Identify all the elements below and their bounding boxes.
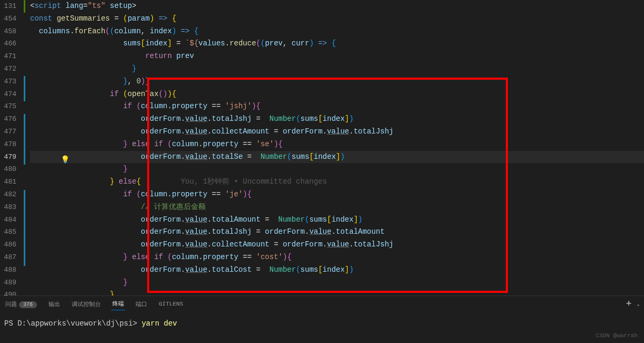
- tab-terminal[interactable]: 终端: [111, 298, 125, 310]
- lightbulb-icon[interactable]: 💡: [61, 154, 70, 167]
- code-line[interactable]: } else if (column.property == 'cost'){: [30, 251, 644, 264]
- bottom-panel: 问题376 输出 调试控制台 终端 端口 GITLENS + ⌄ PS D:\a…: [0, 296, 644, 343]
- code-line[interactable]: <script lang="ts" setup>: [30, 0, 644, 13]
- code-line[interactable]: const getSummaries = (param) => {: [30, 13, 644, 25]
- tab-debug-console[interactable]: 调试控制台: [71, 298, 102, 310]
- terminal-dropdown-icon[interactable]: ⌄: [637, 301, 640, 307]
- line-number: 487: [0, 251, 16, 264]
- tab-problems[interactable]: 问题376: [4, 298, 38, 310]
- line-number: 131: [0, 0, 16, 13]
- code-line[interactable]: return prev: [30, 50, 644, 63]
- code-line[interactable]: orderForm.value.totalJshj = orderForm.va…: [30, 226, 644, 239]
- tab-output[interactable]: 输出: [47, 298, 61, 310]
- code-line[interactable]: } else{ You, 1秒钟前 • Uncommitted changes: [30, 176, 644, 188]
- line-number: 478: [0, 138, 16, 151]
- line-number: 484: [0, 214, 16, 226]
- code-line[interactable]: orderForm.value.totalAmount = Number(sum…: [30, 214, 644, 226]
- new-terminal-icon[interactable]: +: [626, 299, 632, 309]
- code-line[interactable]: if (openTax()){: [30, 88, 644, 101]
- code-line[interactable]: orderForm.value.totalCost = Number(sums[…: [30, 264, 644, 277]
- line-number: 474: [0, 88, 16, 101]
- line-number: 454: [0, 13, 16, 25]
- code-line[interactable]: } else if (column.property == 'se'){: [30, 138, 644, 151]
- code-line[interactable]: orderForm.value.collectAmount = orderFor…: [30, 239, 644, 251]
- watermark: CSDN @warrah: [596, 332, 638, 339]
- code-line[interactable]: }, 0)}`: [30, 75, 644, 88]
- line-number: 479: [0, 151, 16, 164]
- code-line[interactable]: columns.forEach((column, index) => {: [30, 25, 644, 38]
- code-line[interactable]: // 计算优惠后金额: [30, 201, 644, 214]
- code-line[interactable]: orderForm.value.totalJshj = Number(sums[…: [30, 113, 644, 126]
- code-line[interactable]: if (column.property == 'je'){: [30, 188, 644, 201]
- terminal-command: yarn dev: [141, 319, 177, 328]
- terminal-content[interactable]: PS D:\appworks\vuework\dj\psi> yarn dev: [0, 312, 644, 330]
- line-number: 475: [0, 100, 16, 113]
- code-line[interactable]: if (column.property == 'jshj'){: [30, 100, 644, 113]
- line-number: 482: [0, 188, 16, 201]
- code-content[interactable]: 💡 <script lang="ts" setup> const getSumm…: [30, 0, 644, 296]
- tab-gitlens[interactable]: GITLENS: [158, 299, 184, 309]
- line-number: 488: [0, 264, 16, 277]
- line-number: 472: [0, 63, 16, 75]
- line-number: 458: [0, 25, 16, 38]
- code-line[interactable]: orderForm.value.collectAmount = orderFor…: [30, 126, 644, 138]
- line-number: 473: [0, 75, 16, 88]
- panel-tabs: 问题376 输出 调试控制台 终端 端口 GITLENS + ⌄: [0, 296, 644, 312]
- editor[interactable]: 1314544584664714724734744754764774784794…: [0, 0, 644, 296]
- line-number: 483: [0, 201, 16, 214]
- line-number: 466: [0, 37, 16, 50]
- line-number: 485: [0, 226, 16, 239]
- code-line[interactable]: sums[index] = `${values.reduce((prev, cu…: [30, 37, 644, 50]
- line-number: 476: [0, 113, 16, 126]
- problems-badge: 376: [19, 301, 37, 308]
- git-margin: [24, 0, 30, 296]
- line-number: 490: [0, 289, 16, 296]
- line-number: 481: [0, 176, 16, 188]
- line-number: 489: [0, 277, 16, 289]
- line-number: 477: [0, 126, 16, 138]
- code-line[interactable]: }: [30, 63, 644, 75]
- line-number-gutter: 1314544584664714724734744754764774784794…: [0, 0, 24, 296]
- line-number: 480: [0, 163, 16, 176]
- terminal-prompt: PS D:\appworks\vuework\dj\psi>: [4, 319, 137, 328]
- code-line[interactable]: orderForm.value.totalSe = Number(sums[in…: [30, 151, 644, 164]
- code-line[interactable]: }: [30, 289, 644, 296]
- code-line[interactable]: }: [30, 277, 644, 289]
- line-number: 471: [0, 50, 16, 63]
- line-number: 486: [0, 239, 16, 251]
- tab-ports[interactable]: 端口: [134, 298, 148, 310]
- code-line[interactable]: }: [30, 163, 644, 176]
